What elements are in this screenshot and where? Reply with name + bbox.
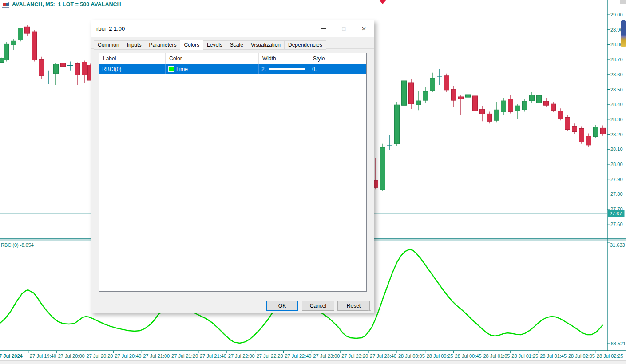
candle-body (530, 95, 535, 101)
close-icon: × (362, 24, 366, 33)
cancel-button[interactable]: Cancel (302, 301, 334, 311)
width-value: 2. (261, 66, 266, 72)
pane-max-label: 31.633 (610, 242, 625, 248)
symbol-info-label: AVALANCH, M5: 1 LOT = 500 AVALANCH (12, 1, 121, 8)
price-tick-label: 28.30 (610, 117, 623, 122)
ok-button[interactable]: OK (266, 301, 298, 311)
tab-levels[interactable]: Levels (203, 40, 226, 50)
candle-body (25, 27, 30, 33)
candle-body (32, 32, 37, 60)
price-tick-label: 28.10 (610, 146, 623, 152)
row-label: RBCI(0) (102, 66, 121, 72)
style-preview-line (320, 69, 362, 69)
pane-min-label: -63.521 (609, 341, 626, 346)
row-color-cell[interactable]: Lime (166, 64, 259, 74)
candle-body (487, 114, 492, 121)
color-swatch (168, 66, 174, 72)
price-tick-label: 28.00 (610, 162, 623, 167)
indicator-line-row[interactable]: RBCI(0)Lime2.0. (99, 64, 366, 74)
time-tick-label: 27 Jul 20:20 (87, 353, 113, 359)
candle-body (473, 96, 478, 111)
tab-inputs[interactable]: Inputs (123, 40, 146, 50)
candle-body (416, 101, 421, 105)
tab-parameters[interactable]: Parameters (145, 40, 180, 50)
time-tick-label: 27 Jul 2024 (0, 353, 23, 359)
column-header-color: Color (166, 53, 259, 64)
price-tick-label: 28.40 (610, 102, 623, 107)
time-tick-label: 27 Jul 23:00 (313, 353, 340, 359)
price-tick-label: 27.80 (610, 191, 623, 197)
time-tick-label: 27 Jul 23:40 (370, 353, 396, 359)
candle-body (423, 91, 428, 100)
time-tick-label: 28 Jul 00:05 (398, 353, 425, 359)
price-tick-label: 27.90 (610, 177, 623, 182)
candle-body (508, 99, 513, 111)
time-tick-label: 28 Jul 02:25 (597, 353, 623, 359)
candle-body (75, 64, 80, 75)
row-width-cell[interactable]: 2. (259, 64, 309, 74)
candle-body (380, 147, 385, 190)
candle-body (601, 128, 606, 134)
candle-body (402, 81, 407, 105)
time-tick-label: 28 Jul 00:45 (455, 353, 482, 359)
row-label-cell[interactable]: RBCI(0) (99, 64, 166, 74)
time-tick-label: 27 Jul 19:40 (30, 353, 56, 359)
candle-body (565, 118, 570, 130)
candle-body (594, 127, 598, 136)
style-value: 0. (312, 66, 317, 72)
dialog-titlebar[interactable]: rbci_2 1.00 □ × (91, 20, 374, 37)
candle-body (54, 64, 59, 74)
minimize-icon (321, 28, 326, 29)
chart-window-icon (2, 2, 9, 8)
time-tick-label: 28 Jul 01:25 (511, 353, 538, 359)
column-header-width: Width (259, 53, 309, 64)
time-tick-label: 27 Jul 21:40 (200, 353, 226, 359)
dialog-title: rbci_2 1.00 (96, 25, 125, 32)
sell-arrow-marker (379, 0, 386, 4)
indicator-lines-list[interactable]: LabelColorWidthStyle RBCI(0)Lime2.0. (99, 53, 367, 292)
candle-body (466, 95, 471, 97)
maximize-button[interactable]: □ (334, 20, 354, 37)
dialog-tabstrip: CommonInputsParametersColorsLevelsScaleV… (94, 39, 326, 50)
bid-price-badge-label: 27.67 (610, 211, 622, 216)
tab-colors[interactable]: Colors (180, 40, 203, 50)
candle-body (480, 109, 485, 114)
candle-body (558, 111, 563, 119)
tab-common[interactable]: Common (94, 40, 123, 50)
time-tick-label: 28 Jul 00:25 (427, 353, 453, 359)
close-button[interactable]: × (354, 20, 374, 37)
window-controls: □ × (314, 20, 374, 37)
terminal-window: 29.0028.9028.8028.7028.6028.5028.4028.30… (0, 0, 626, 364)
candle-body (395, 105, 400, 144)
list-rows: RBCI(0)Lime2.0. (99, 64, 366, 74)
time-tick-label: 27 Jul 22:40 (285, 353, 312, 359)
tab-scale[interactable]: Scale (226, 40, 247, 50)
reset-button[interactable]: Reset (337, 301, 370, 311)
candle-body (586, 136, 591, 145)
width-preview-line (269, 68, 305, 70)
time-tick-label: 27 Jul 21:00 (143, 353, 170, 359)
time-tick-label: 28 Jul 01:05 (483, 353, 510, 359)
minimize-button[interactable] (314, 20, 334, 37)
indicator-status-label: RBCI(0) -8.054 (1, 242, 34, 248)
symbol-header: AVALANCH, M5: 1 LOT = 500 AVALANCH (2, 1, 121, 8)
tab-visualization[interactable]: Visualization (247, 40, 285, 50)
time-tick-label: 27 Jul 23:20 (341, 353, 368, 359)
candle-body (501, 101, 506, 112)
status-strip-edge (0, 360, 626, 364)
tab-dependencies[interactable]: Dependencies (284, 40, 326, 50)
candle-body (551, 104, 556, 110)
row-style-cell[interactable]: 0. (309, 64, 366, 74)
candle-body (409, 83, 414, 104)
candle-body (459, 97, 464, 99)
candle-body (494, 110, 499, 120)
candle-body (11, 41, 16, 45)
candle-body (82, 62, 87, 75)
candle-body (515, 106, 520, 111)
candle-body (61, 63, 66, 67)
column-header-style: Style (309, 53, 366, 64)
candle-body (537, 95, 542, 103)
candle-body (572, 126, 577, 131)
colors-tab-page: LabelColorWidthStyle RBCI(0)Lime2.0. (91, 48, 374, 313)
column-header-label: Label (99, 53, 166, 64)
